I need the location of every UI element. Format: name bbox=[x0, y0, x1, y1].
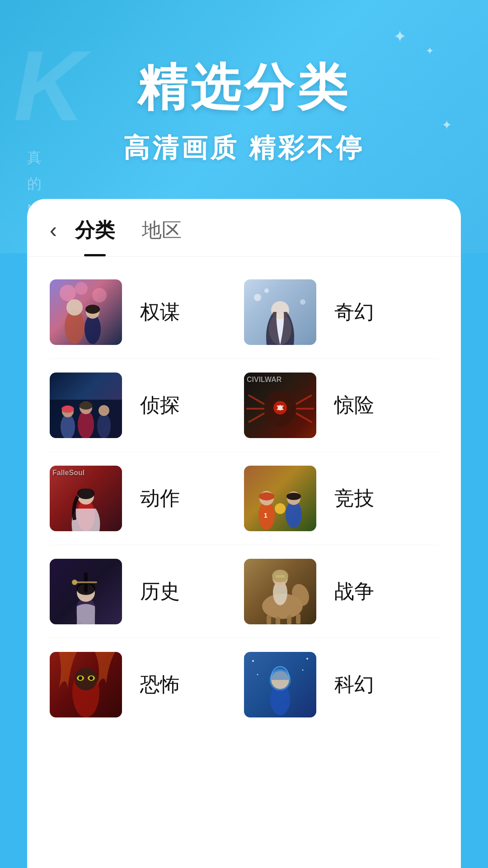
svg-point-4 bbox=[66, 299, 83, 316]
svg-text:1: 1 bbox=[264, 512, 267, 519]
svg-point-74 bbox=[252, 660, 254, 662]
svg-point-44 bbox=[275, 503, 286, 514]
category-item-jingji[interactable]: 1 竞技 bbox=[244, 466, 438, 531]
thumb-kehuan bbox=[244, 652, 316, 717]
thumb-lishi bbox=[50, 559, 122, 624]
svg-point-69 bbox=[89, 676, 93, 680]
thumb-dongzuo: FalleSoul bbox=[50, 466, 122, 531]
svg-rect-56 bbox=[276, 617, 280, 624]
svg-point-1 bbox=[75, 282, 88, 295]
svg-point-76 bbox=[302, 670, 304, 671]
category-item-quanmou[interactable]: 权谋 bbox=[50, 279, 244, 345]
tab-region[interactable]: 地区 bbox=[142, 217, 182, 256]
svg-point-2 bbox=[92, 288, 107, 302]
category-row-5: 恐怖 bbox=[50, 638, 438, 731]
label-zhanzheng: 战争 bbox=[334, 578, 374, 605]
label-lishi: 历史 bbox=[140, 578, 180, 605]
svg-point-68 bbox=[79, 676, 82, 680]
tab-category[interactable]: 分类 bbox=[75, 217, 115, 256]
category-item-dongzuo[interactable]: FalleSoul bbox=[50, 466, 244, 531]
thumb-zhanzheng bbox=[244, 559, 316, 624]
svg-point-12 bbox=[300, 299, 305, 305]
label-qihuan: 奇幻 bbox=[334, 299, 374, 326]
category-item-jingxian[interactable]: CIVILWAR bbox=[244, 373, 438, 438]
hero-title-sub: 高清画质 精彩不停 bbox=[0, 131, 488, 166]
thumb-qihuan bbox=[244, 279, 316, 345]
svg-point-17 bbox=[78, 410, 94, 438]
category-item-zhanzheng[interactable]: 战争 bbox=[244, 559, 438, 624]
star-decoration-1: ✦ bbox=[393, 27, 407, 46]
svg-point-77 bbox=[257, 674, 258, 675]
svg-point-0 bbox=[60, 285, 76, 301]
label-kongbu: 恐怖 bbox=[140, 671, 180, 698]
tab-header: ‹ 分类 地区 bbox=[27, 199, 461, 257]
category-item-qihuan[interactable]: 奇幻 bbox=[244, 279, 438, 345]
svg-point-43 bbox=[286, 493, 301, 500]
svg-point-39 bbox=[259, 492, 274, 500]
category-item-zhentan[interactable]: 侦探 bbox=[50, 373, 244, 438]
svg-rect-55 bbox=[267, 615, 271, 624]
label-jingji: 竞技 bbox=[334, 485, 374, 512]
thumb-zhentan bbox=[50, 373, 122, 438]
svg-point-11 bbox=[254, 294, 261, 301]
category-row-1: 权谋 bbox=[50, 266, 438, 359]
svg-point-7 bbox=[85, 305, 100, 314]
svg-point-22 bbox=[79, 401, 93, 410]
svg-point-19 bbox=[97, 413, 111, 438]
svg-point-35 bbox=[77, 488, 94, 499]
category-grid: 权谋 bbox=[27, 257, 461, 867]
back-button[interactable]: ‹ bbox=[50, 219, 57, 255]
hero-title-main: 精选分类 bbox=[0, 54, 488, 122]
label-jingxian: 惊险 bbox=[334, 392, 374, 419]
main-panel: ‹ 分类 地区 bbox=[27, 199, 461, 868]
svg-rect-36 bbox=[244, 466, 316, 531]
label-dongzuo: 动作 bbox=[140, 485, 180, 512]
label-kehuan: 科幻 bbox=[334, 671, 374, 698]
label-quanmou: 权谋 bbox=[140, 299, 180, 326]
thumb-jingxian: CIVILWAR bbox=[244, 373, 316, 438]
svg-rect-57 bbox=[287, 615, 291, 624]
svg-point-20 bbox=[99, 405, 109, 416]
svg-point-51 bbox=[72, 580, 77, 585]
svg-point-75 bbox=[306, 658, 308, 660]
category-item-kongbu[interactable]: 恐怖 bbox=[50, 652, 244, 717]
svg-rect-62 bbox=[276, 575, 285, 578]
category-row-3: FalleSoul bbox=[50, 452, 438, 545]
svg-point-21 bbox=[61, 406, 74, 413]
category-row-4: 历史 bbox=[50, 545, 438, 638]
label-zhentan: 侦探 bbox=[140, 392, 180, 419]
category-row-2: 侦探 CIVILWAR bbox=[50, 359, 438, 452]
category-item-kehuan[interactable]: 科幻 bbox=[244, 652, 438, 717]
thumb-quanmou bbox=[50, 279, 122, 345]
category-item-lishi[interactable]: 历史 bbox=[50, 559, 244, 624]
thumb-kongbu bbox=[50, 652, 122, 717]
hero-title-block: 精选分类 高清画质 精彩不停 bbox=[0, 54, 488, 166]
thumb-jingji: 1 bbox=[244, 466, 316, 531]
svg-point-13 bbox=[264, 288, 269, 293]
svg-rect-58 bbox=[296, 614, 300, 624]
svg-rect-50 bbox=[75, 581, 97, 583]
